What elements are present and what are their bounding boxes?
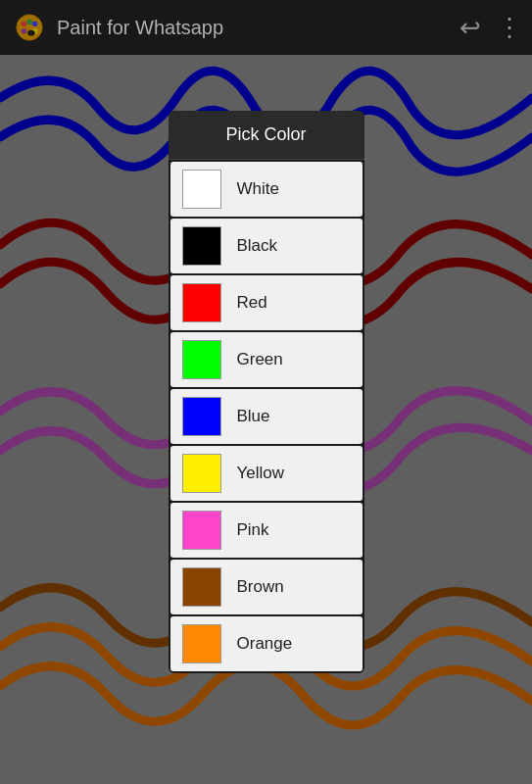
- color-label-orange: Orange: [237, 634, 293, 654]
- color-options-list: WhiteBlackRedGreenBlueYellowPinkBrownOra…: [169, 162, 364, 671]
- color-picker-dialog: Pick Color WhiteBlackRedGreenBlueYellowP…: [169, 111, 364, 673]
- color-option-green[interactable]: Green: [170, 332, 363, 387]
- color-option-blue[interactable]: Blue: [170, 389, 363, 444]
- color-picker-title: Pick Color: [169, 111, 364, 160]
- color-option-red[interactable]: Red: [170, 275, 363, 330]
- color-swatch-red: [182, 283, 221, 322]
- color-label-black: Black: [237, 236, 278, 256]
- color-option-pink[interactable]: Pink: [170, 503, 363, 558]
- color-swatch-pink: [182, 511, 221, 550]
- color-option-yellow[interactable]: Yellow: [170, 446, 363, 501]
- color-swatch-green: [182, 340, 221, 379]
- color-swatch-white: [182, 170, 221, 209]
- color-swatch-brown: [182, 567, 221, 607]
- color-option-orange[interactable]: Orange: [170, 616, 363, 671]
- color-label-white: White: [237, 179, 279, 199]
- color-swatch-yellow: [182, 454, 221, 493]
- color-label-brown: Brown: [237, 577, 284, 597]
- color-label-red: Red: [237, 293, 267, 313]
- color-option-white[interactable]: White: [170, 162, 363, 217]
- color-swatch-orange: [182, 624, 221, 663]
- color-swatch-blue: [182, 397, 221, 436]
- color-label-green: Green: [237, 350, 283, 369]
- color-option-brown[interactable]: Brown: [170, 560, 363, 614]
- color-option-black[interactable]: Black: [170, 219, 363, 273]
- color-label-pink: Pink: [237, 520, 269, 540]
- color-swatch-black: [182, 226, 221, 266]
- color-label-blue: Blue: [237, 407, 270, 426]
- color-label-yellow: Yellow: [237, 464, 285, 483]
